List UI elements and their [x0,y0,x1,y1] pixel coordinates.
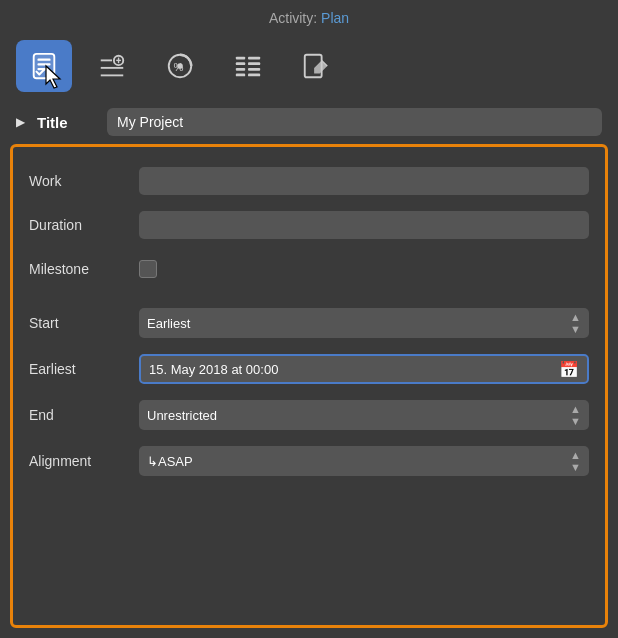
alignment-dropdown[interactable]: ↳ASAP ▲ ▼ [139,446,589,476]
svg-rect-0 [34,54,55,78]
alignment-chevron: ▲ ▼ [570,450,581,473]
columns-icon [233,51,263,81]
end-value: Unrestricted [147,408,217,423]
end-row: End Unrestricted ▲ ▼ [29,395,589,435]
activity-title: Plan [321,10,349,26]
milestone-label: Milestone [29,261,139,277]
costs-button[interactable] [84,40,140,92]
detail-panel: Work Duration Milestone Start Earliest ▲… [10,144,608,628]
start-label: Start [29,315,139,331]
work-row: Work [29,161,589,201]
svg-rect-15 [236,57,245,60]
svg-point-14 [177,63,183,69]
svg-rect-17 [236,68,245,71]
duration-label: Duration [29,217,139,233]
svg-rect-22 [248,74,260,77]
earliest-label: Earliest [29,361,139,377]
svg-rect-18 [236,74,245,77]
calendar-icon[interactable]: 📅 [559,360,579,379]
milestone-checkbox[interactable] [139,260,157,278]
alignment-value: ↳ASAP [147,454,193,469]
earliest-date-field[interactable]: 15. May 2018 at 00:00 📅 [139,354,589,384]
tasks-button[interactable] [16,40,72,92]
title-bar: Activity: Plan [0,0,618,34]
start-dropdown[interactable]: Earliest ▲ ▼ [139,308,589,338]
title-input[interactable] [107,108,602,136]
milestone-row: Milestone [29,249,589,289]
start-value: Earliest [147,316,190,331]
end-label: End [29,407,139,423]
svg-rect-20 [248,62,260,65]
duration-row: Duration [29,205,589,245]
activity-prefix: Activity: [269,10,321,26]
expand-arrow[interactable]: ▶ [16,115,25,129]
work-label: Work [29,173,139,189]
toolbar: % [0,34,618,100]
svg-rect-2 [37,59,50,61]
end-chevron: ▲ ▼ [570,404,581,427]
start-row: Start Earliest ▲ ▼ [29,303,589,343]
svg-rect-3 [37,63,50,65]
duration-input[interactable] [139,211,589,239]
work-input[interactable] [139,167,589,195]
percent-button[interactable]: % [152,40,208,92]
start-chevron: ▲ ▼ [570,312,581,335]
alignment-row: Alignment ↳ASAP ▲ ▼ [29,441,589,481]
title-row: ▶ Title [0,100,618,144]
columns-button[interactable] [220,40,276,92]
earliest-row: Earliest 15. May 2018 at 00:00 📅 [29,349,589,389]
title-label: Title [37,114,97,131]
svg-rect-16 [236,62,245,65]
earliest-date-value: 15. May 2018 at 00:00 [149,362,278,377]
alignment-label: Alignment [29,453,139,469]
percent-icon: % [165,51,195,81]
end-dropdown[interactable]: Unrestricted ▲ ▼ [139,400,589,430]
svg-rect-19 [248,57,260,60]
edit-icon [301,51,331,81]
svg-rect-21 [248,68,260,71]
window: Activity: Plan [0,0,618,638]
costs-icon [97,51,127,81]
edit-button[interactable] [288,40,344,92]
separator [29,293,589,303]
tasks-icon [29,51,59,81]
